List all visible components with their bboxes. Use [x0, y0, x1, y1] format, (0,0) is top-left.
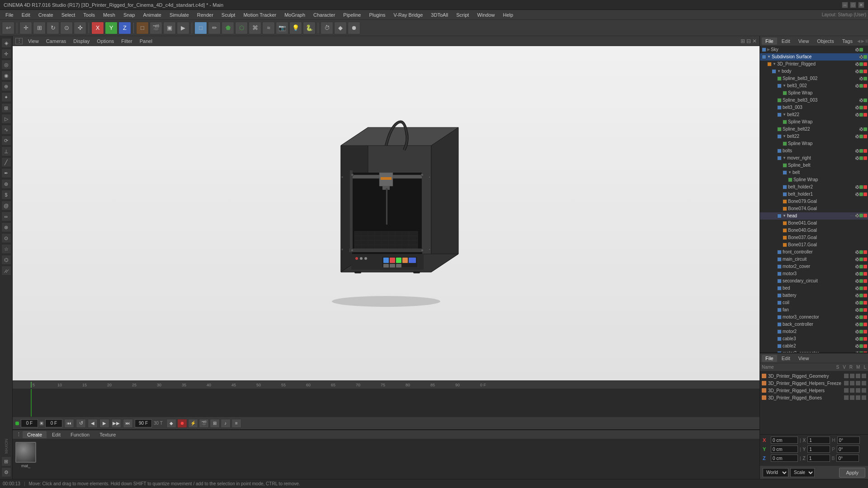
z-pos-input[interactable] — [771, 455, 798, 462]
menu-simulate[interactable]: Simulate — [166, 11, 193, 19]
tree-item-bone037[interactable]: Bone037.Goal — [760, 234, 868, 241]
menu-render[interactable]: Render — [193, 11, 217, 19]
menu-help[interactable]: Help — [500, 11, 517, 19]
tree-item-belt3-002[interactable]: ▼ belt3_002 — [760, 82, 868, 89]
tree-item-head[interactable]: ▼ head ···· — [760, 212, 868, 220]
tool-bottom2[interactable]: ⚙ — [1, 467, 11, 477]
minimize-button[interactable]: ─ — [842, 2, 848, 8]
asset-item-1[interactable]: 3D_Printer_Rigged_Geometry — [761, 372, 867, 380]
tool-7[interactable]: ⊞ — [1, 103, 11, 113]
apply-button[interactable]: Apply — [839, 468, 865, 478]
tab-texture[interactable]: Texture — [95, 431, 120, 438]
menu-motion-tracker[interactable]: Motion Tracker — [240, 11, 280, 19]
transport-prev[interactable]: ◀ — [88, 419, 98, 428]
tree-item-fan[interactable]: fan — [760, 306, 868, 314]
tree-item-bone040[interactable]: Bone040.Goal — [760, 227, 868, 234]
start-frame-input[interactable] — [45, 419, 62, 427]
tool-line[interactable]: ╱ — [1, 157, 11, 167]
scale-tool[interactable]: ⊞ — [33, 22, 46, 34]
menu-3dtoall[interactable]: 3DToAll — [427, 11, 452, 19]
x-rot-input[interactable] — [837, 436, 860, 444]
tree-item-spline-wrap-1[interactable]: Spline Wrap — [760, 89, 868, 97]
tree-item-motor3-connector[interactable]: motor3_connector — [760, 314, 868, 321]
y-scale-input[interactable] — [807, 446, 830, 453]
menu-edit[interactable]: Edit — [18, 11, 34, 19]
asset-item-4[interactable]: 3D_Printer_Rigged_Bones — [761, 394, 867, 401]
transport-loop[interactable]: ↺ — [76, 419, 86, 428]
menu-select[interactable]: Select — [58, 11, 79, 19]
tool-19[interactable]: ⊙ — [1, 233, 11, 243]
tree-item-bone017[interactable]: Bone017.Goal — [760, 241, 868, 249]
tool-5[interactable]: ⊕ — [1, 81, 11, 91]
menu-create[interactable]: Create — [35, 11, 57, 19]
sound-btn[interactable]: ♪ — [221, 419, 231, 428]
tool-brush[interactable]: ⊛ — [1, 179, 11, 189]
tree-item-spline-belt[interactable]: Spline_belt — [760, 162, 868, 169]
material-item-1[interactable]: mat_ — [15, 442, 36, 468]
tool-8[interactable]: ▷ — [1, 114, 11, 124]
tree-icon-3[interactable]: ⊞ — [865, 39, 868, 43]
current-frame-input[interactable] — [21, 419, 38, 427]
tree-item-spline-wrap-4[interactable]: Spline Wrap — [760, 176, 868, 183]
tool-dollar[interactable]: $ — [1, 190, 11, 200]
menu-sculpt[interactable]: Sculpt — [218, 11, 239, 19]
viewport-menu-panel[interactable]: Panel — [138, 38, 154, 45]
tree-item-bed[interactable]: bed — [760, 285, 868, 292]
paint-btn[interactable]: ⬟ — [222, 22, 234, 34]
tree-item-bone074[interactable]: Bone074.Goal — [760, 205, 868, 212]
tool-move[interactable]: ✛ — [1, 49, 11, 59]
rotate-tool[interactable]: ↻ — [47, 22, 59, 34]
asset-list[interactable]: 3D_Printer_Rigged_Geometry 3D_Printer_Ri… — [760, 371, 868, 434]
move-tool[interactable]: ✛ — [19, 22, 32, 34]
menu-mesh[interactable]: Mesh — [99, 11, 119, 19]
scale-select[interactable]: Scale Size — [790, 468, 815, 477]
python-btn[interactable]: 🐍 — [303, 22, 316, 34]
menu-vray[interactable]: V-Ray Bridge — [390, 11, 427, 19]
auto-key-t[interactable]: ⚡ — [188, 419, 198, 428]
tool-10[interactable]: ⟳ — [1, 136, 11, 145]
tool-bottom1[interactable]: ⊞ — [1, 456, 11, 466]
end-frame-input[interactable] — [135, 419, 152, 427]
y-axis-btn[interactable]: Y — [105, 22, 118, 34]
playback-settings[interactable]: ⊞ — [210, 419, 220, 428]
tab-edit[interactable]: Edit — [47, 431, 65, 438]
window-controls[interactable]: ─ □ ✕ — [842, 2, 864, 8]
tree-icon-2[interactable]: ▶ — [861, 39, 864, 43]
menu-plugins[interactable]: Plugins — [365, 11, 389, 19]
menu-mograph[interactable]: MoGraph — [281, 11, 309, 19]
viewport-handle[interactable]: ⋮ — [15, 38, 23, 44]
viewport[interactable] — [13, 46, 760, 380]
menu-character[interactable]: Character — [310, 11, 339, 19]
tree-item-coil[interactable]: coil — [760, 299, 868, 306]
tree-item-motor2[interactable]: motor2 — [760, 328, 868, 335]
tree-item-battery[interactable]: battery — [760, 292, 868, 299]
tool-11[interactable]: ⊥ — [1, 146, 11, 156]
tab-function[interactable]: Function — [66, 431, 94, 438]
render-active[interactable]: ▶ — [177, 22, 189, 34]
tree-item-spline-belt22[interactable]: Spline_belt22 — [760, 126, 868, 133]
tool-17[interactable]: ∞ — [1, 211, 11, 221]
timeline-content[interactable] — [13, 389, 760, 417]
tree-item-belt-holder2[interactable]: belt_holder2 — [760, 183, 868, 191]
tree-item-mover-right[interactable]: ▼ mover_right — [760, 155, 868, 162]
tree-item-belt[interactable]: ▼ belt — [760, 169, 868, 176]
menu-animate[interactable]: Animate — [140, 11, 165, 19]
tree-item-sky[interactable]: ▶ Sky — [760, 46, 868, 53]
tree-item-front-controller[interactable]: front_controller — [760, 249, 868, 256]
tab-create[interactable]: Create — [23, 431, 47, 438]
world-select[interactable]: World Object — [763, 468, 788, 477]
tool-spiral[interactable]: @ — [1, 201, 11, 211]
transport-play[interactable]: ▶ — [99, 419, 109, 428]
tool-select[interactable]: ◈ — [1, 38, 11, 48]
tree-item-main-circuit[interactable]: main_circuit — [760, 256, 868, 263]
tool-6[interactable]: ✦ — [1, 92, 11, 102]
y-pos-input[interactable] — [771, 446, 798, 453]
tool-pen[interactable]: ✒ — [1, 168, 11, 178]
tool-4[interactable]: ◉ — [1, 70, 11, 80]
z-axis-btn[interactable]: Z — [118, 22, 131, 34]
object-mode[interactable]: □ — [136, 22, 149, 34]
x-axis-btn[interactable]: X — [91, 22, 104, 34]
tree-item-spline-wrap-2[interactable]: Spline Wrap — [760, 118, 868, 126]
close-button[interactable]: ✕ — [858, 2, 864, 8]
tab-tags[interactable]: Tags — [839, 38, 856, 45]
